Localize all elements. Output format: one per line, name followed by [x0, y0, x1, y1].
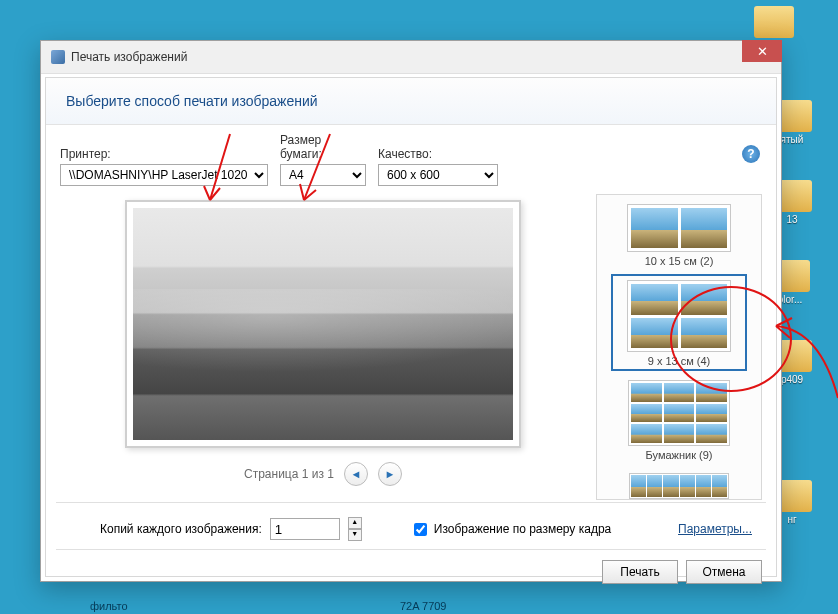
header-subtitle: Выберите способ печати изображений — [66, 93, 318, 109]
dialog-header: Выберите способ печати изображений — [46, 78, 776, 125]
fit-frame-label: Изображение по размеру кадра — [434, 522, 611, 536]
layout-contact-sheet[interactable] — [612, 468, 746, 500]
cancel-button[interactable]: Отмена — [686, 560, 762, 584]
quality-select[interactable]: 600 x 600 — [378, 164, 498, 186]
printer-label: Принтер: — [60, 147, 268, 161]
triangle-right-icon: ► — [385, 468, 396, 480]
quality-label: Качество: — [378, 147, 498, 161]
layout-wallet-9[interactable]: Бумажник (9) — [612, 375, 746, 464]
copies-label: Копий каждого изображения: — [100, 522, 262, 536]
prev-page-button[interactable]: ◄ — [344, 462, 368, 486]
copies-input[interactable] — [270, 518, 340, 540]
close-button[interactable]: ✕ — [742, 40, 782, 62]
print-preview — [125, 200, 521, 448]
desktop-folder-icon[interactable] — [750, 6, 798, 40]
help-button[interactable]: ? — [742, 145, 760, 163]
print-pictures-dialog: Печать изображений ✕ Выберите способ печ… — [40, 40, 782, 582]
spinner-up-icon[interactable]: ▲ — [348, 517, 362, 529]
spinner-down-icon[interactable]: ▼ — [348, 529, 362, 541]
copies-spinner[interactable]: ▲ ▼ — [348, 517, 362, 541]
preview-image — [133, 208, 513, 440]
fit-frame-checkbox-wrap[interactable]: Изображение по размеру кадра — [410, 520, 611, 539]
printer-select[interactable]: \\DOMASHNIY\HP LaserJet 1020 — [60, 164, 268, 186]
triangle-left-icon: ◄ — [351, 468, 362, 480]
paper-size-select[interactable]: A4 — [280, 164, 366, 186]
app-icon — [51, 50, 65, 64]
paper-size-label: Размер бумаги: — [280, 133, 366, 161]
options-link[interactable]: Параметры... — [678, 522, 752, 536]
close-icon: ✕ — [757, 44, 768, 59]
status-left: фильто — [90, 600, 128, 612]
layout-10x15-2[interactable]: 10 x 15 см (2) — [612, 199, 746, 270]
status-mid: 72A 7709 — [400, 600, 447, 612]
window-title: Печать изображений — [71, 50, 187, 64]
help-icon: ? — [747, 147, 754, 161]
layout-9x13-4[interactable]: 9 x 13 см (4) — [611, 274, 747, 371]
print-button[interactable]: Печать — [602, 560, 678, 584]
fit-frame-checkbox[interactable] — [414, 523, 427, 536]
page-indicator: Страница 1 из 1 — [244, 467, 334, 481]
titlebar[interactable]: Печать изображений ✕ — [41, 41, 781, 74]
layout-picker[interactable]: 10 x 15 см (2) 9 x 13 см (4) Бумажник (9… — [596, 194, 762, 500]
next-page-button[interactable]: ► — [378, 462, 402, 486]
